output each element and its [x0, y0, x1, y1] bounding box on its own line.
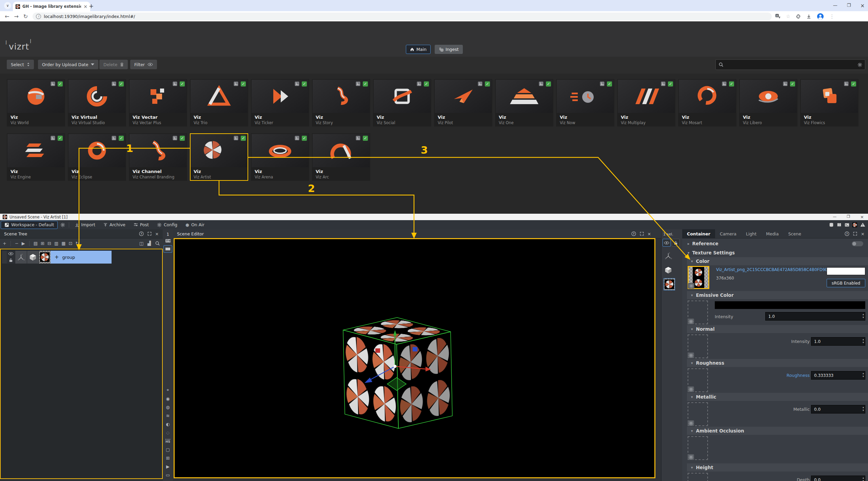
color-swatch[interactable]	[827, 267, 865, 275]
lock-open-icon[interactable]	[9, 258, 13, 262]
product-tile-viz-pilot[interactable]: ✓VizViz Pilot	[434, 79, 492, 127]
order-by-button[interactable]: Order by Upload Date	[38, 60, 98, 69]
visibility-eye-button[interactable]	[663, 239, 671, 247]
close-icon[interactable]: ×	[860, 214, 864, 219]
tile-checkbox-checked[interactable]: ✓	[119, 136, 124, 141]
tile-preview-icon[interactable]	[600, 81, 605, 86]
on-air-menu-item[interactable]: ● On Air	[182, 221, 208, 229]
monitor-info-icon[interactable]: i	[165, 239, 171, 243]
forward-icon[interactable]: →	[14, 13, 18, 20]
expand-icon[interactable]	[853, 231, 857, 236]
add-view-icon[interactable]: ⊞	[165, 455, 171, 461]
tree-expand-icon[interactable]: ⊞	[41, 241, 44, 246]
close-icon[interactable]: ×	[860, 3, 865, 9]
tile-preview-icon[interactable]	[112, 136, 117, 141]
tile-checkbox-checked[interactable]: ✓	[58, 136, 63, 141]
product-tile-viz-flowics[interactable]: ✓VizViz Flowics	[800, 79, 859, 127]
refresh-icon[interactable]: ↻	[75, 241, 79, 246]
param-value-input[interactable]: 0.333333▴▾	[811, 371, 865, 380]
database-icon[interactable]	[829, 223, 834, 227]
restore-icon[interactable]: ❐	[847, 3, 851, 9]
group-node-label[interactable]: + group	[51, 251, 112, 264]
view-mode-button[interactable]	[163, 245, 172, 253]
tile-preview-icon[interactable]	[51, 81, 56, 86]
archive-menu-item[interactable]: Archive	[100, 221, 129, 229]
main-nav-button[interactable]: Main	[406, 45, 431, 54]
texture-thumbnail[interactable]	[664, 278, 675, 290]
monitor-icon[interactable]: ▢	[165, 447, 171, 452]
layout-icon[interactable]: ◫	[139, 241, 143, 246]
product-tile-viz-vectar-plus[interactable]: ✓Viz VectarViz Vectar Plus	[129, 79, 187, 127]
product-tile-viz-arc[interactable]: ✓VizViz Arc	[312, 133, 370, 181]
texture-thumbnail[interactable]	[39, 251, 51, 264]
tile-checkbox-checked[interactable]: ✓	[241, 81, 246, 86]
tile-checkbox-checked[interactable]: ✓	[302, 81, 307, 86]
note-icon[interactable]: ▤	[34, 241, 38, 246]
axis-thumbnail[interactable]: YZX	[15, 251, 27, 264]
cube-icon[interactable]	[664, 266, 672, 274]
tile-preview-icon[interactable]	[173, 136, 178, 141]
config-menu-item[interactable]: Config	[154, 221, 181, 229]
texture-settings-row[interactable]: ▾ Texture Settings	[682, 248, 868, 257]
expand-icon[interactable]	[147, 231, 152, 236]
product-tile-viz-multiplay[interactable]: ✓VizViz Multiplay	[617, 79, 675, 127]
delete-button[interactable]: Delete	[99, 60, 128, 69]
workspace-settings-gear-icon[interactable]	[60, 223, 65, 227]
remove-icon[interactable]: −	[15, 241, 19, 246]
texture-gear-icon[interactable]	[688, 386, 694, 392]
product-tile-viz-channel-branding[interactable]: ✓Viz ChannelViz Channel Branding	[129, 133, 187, 181]
param-value-input[interactable]: 1.0▴▾	[765, 312, 865, 321]
scene-tree-group-row[interactable]: YZX + group	[2, 251, 112, 264]
product-tile-viz-engine[interactable]: ✓VizViz Engine	[7, 133, 65, 181]
texture-slot-empty[interactable]	[688, 436, 708, 460]
downloads-icon[interactable]	[806, 14, 811, 19]
scene-tree-content[interactable]: YZX + group	[0, 249, 163, 479]
add-group-icon[interactable]: ⊡	[69, 241, 73, 246]
section-header-roughness[interactable]: ▾Roughness	[687, 359, 868, 367]
tile-checkbox-checked[interactable]: ✓	[119, 81, 124, 86]
texture-slot-empty[interactable]	[688, 402, 708, 426]
tile-checkbox-checked[interactable]: ✓	[180, 81, 185, 86]
tile-checkbox-checked[interactable]: ✓	[241, 136, 246, 141]
play-icon[interactable]: ▶	[22, 241, 25, 246]
texture-name[interactable]: Viz_Artist_png_2C15CCCBCBAE472A85D858C4B…	[716, 267, 833, 272]
manual-icon[interactable]	[837, 223, 842, 227]
texture-gear-icon[interactable]	[688, 283, 694, 289]
product-tile-viz-artist[interactable]: ✓VizViz Artist	[190, 133, 248, 181]
stepper-control[interactable]: ▴▾	[863, 338, 864, 344]
post-fx-icon[interactable]: ≋	[165, 413, 171, 418]
back-icon[interactable]: ←	[5, 13, 9, 20]
restore-icon[interactable]: ❐	[847, 214, 850, 219]
param-value-input[interactable]: 0.0▴▾	[811, 476, 865, 481]
mesh-icon[interactable]: ◇	[165, 430, 171, 435]
tile-checkbox-checked[interactable]: ✓	[363, 136, 368, 141]
section-header-height[interactable]: ▾Height	[687, 463, 868, 472]
param-value-input[interactable]: 1.0▴▾	[811, 337, 865, 346]
console-icon[interactable]	[845, 223, 849, 227]
tile-checkbox-checked[interactable]: ✓	[607, 81, 612, 86]
product-tile-viz-ticker[interactable]: ✓VizViz Ticker	[251, 79, 309, 127]
tile-checkbox-checked[interactable]: ✓	[851, 81, 856, 86]
search-settings-gear-icon[interactable]	[857, 62, 862, 67]
filter-button[interactable]: Filter	[130, 60, 157, 69]
tab-media[interactable]: Media	[761, 229, 784, 238]
frame-icon[interactable]: ▭	[165, 472, 171, 478]
product-tile-viz-arena[interactable]: ✓VizViz Arena	[251, 133, 309, 181]
srgb-enabled-button[interactable]: sRGB Enabled	[827, 279, 865, 287]
tab-scene[interactable]: Scene	[784, 229, 806, 238]
product-tile-viz-libero[interactable]: ✓VizViz Libero	[739, 79, 797, 127]
bookmark-star-icon[interactable]: ☆	[786, 14, 790, 19]
tile-preview-icon[interactable]	[661, 81, 666, 86]
product-tile-viz-story[interactable]: ✓VizViz Story	[312, 79, 370, 127]
close-icon[interactable]: ×	[861, 231, 865, 236]
texture-slot-empty[interactable]	[688, 473, 708, 481]
tile-preview-icon[interactable]	[478, 81, 483, 86]
play-view-icon[interactable]: ▶	[165, 464, 171, 469]
tile-preview-icon[interactable]	[295, 136, 300, 141]
viz-title-bar[interactable]: Unsaved Scene - Viz Artist [1] — ❐ ×	[0, 214, 868, 220]
section-header-emissive-color[interactable]: ▾Emissive Color	[687, 291, 868, 299]
section-header-metallic[interactable]: ▾Metallic	[687, 393, 868, 401]
tile-checkbox-checked[interactable]: ✓	[790, 81, 795, 86]
tree-collapse-icon[interactable]: ⊟	[47, 241, 51, 246]
tab-light[interactable]: Light	[741, 229, 761, 238]
